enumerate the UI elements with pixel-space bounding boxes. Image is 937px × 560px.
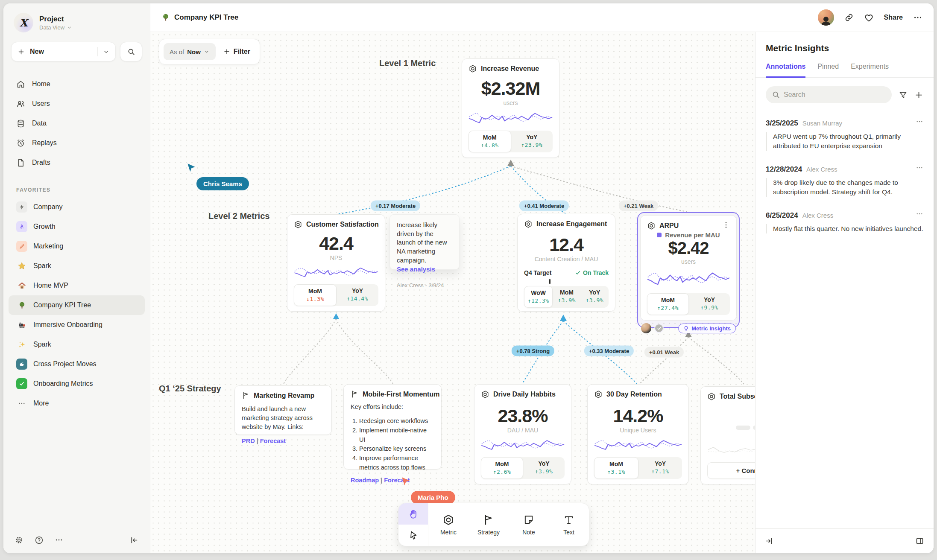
metric-card-customer-satisfaction[interactable]: Customer Satisfaction 42.4 NPS MoM ↓1.3%… xyxy=(287,214,385,312)
metric-value: 42.4 xyxy=(294,233,378,254)
favorite-growth[interactable]: Growth xyxy=(9,217,145,236)
metric-card-arpu[interactable]: ARPU Revenue per MAU $2.42 users MoM xyxy=(637,212,740,328)
sidebar-item-data[interactable]: Data xyxy=(3,114,150,133)
favorite-company[interactable]: Company xyxy=(9,197,145,217)
annotation-item[interactable]: 3/25/2025 Susan Murray ARPU went up 7% t… xyxy=(755,112,934,151)
sidebar-search-button[interactable] xyxy=(120,42,142,61)
card-menu-button[interactable] xyxy=(722,221,730,230)
metric-unit: NPS xyxy=(294,254,378,261)
stat-mom[interactable]: MoM ↓1.3% xyxy=(294,284,337,306)
tab-pinned[interactable]: Pinned xyxy=(817,63,839,77)
stat-yoy[interactable]: YoY ↑3.9% xyxy=(581,286,609,308)
stat-mom[interactable]: MoM ↑27.4% xyxy=(647,293,689,315)
avatar[interactable] xyxy=(818,9,834,26)
kpi-tree-canvas[interactable]: As of Now Filter Level 1 Metric Level 2 … xyxy=(150,32,755,553)
annotation-menu-button[interactable] xyxy=(916,210,923,219)
new-button[interactable]: New xyxy=(11,42,116,61)
sidebar-item-replays[interactable]: Replays xyxy=(3,133,150,153)
stat-yoy[interactable]: YoY ↑9.9% xyxy=(689,293,730,315)
sidebar-more[interactable]: More xyxy=(9,394,145,413)
select-tool-button[interactable] xyxy=(398,525,428,546)
favorite-button[interactable] xyxy=(864,13,874,23)
project-switcher[interactable]: X Project Data View xyxy=(3,3,150,37)
metric-card-increase-revenue[interactable]: Increase Revenue $2.32M users MoM ↑4.8% … xyxy=(462,58,559,158)
favorite-home-mvp[interactable]: Home MVP xyxy=(9,276,145,295)
stat-yoy[interactable]: YoY ↑14.4% xyxy=(337,284,378,306)
hand-tool-button[interactable] xyxy=(398,503,428,525)
forecast-link[interactable]: Forecast xyxy=(260,438,286,444)
canvas-note[interactable]: Increase likely driven by the launch of … xyxy=(389,214,460,270)
sidebar-item-drafts[interactable]: Drafts xyxy=(3,153,150,172)
strategy-card-marketing-revamp[interactable]: Marketing Revamp Build and launch a new … xyxy=(234,385,332,435)
stat-mom[interactable]: MoM ↑4.8% xyxy=(468,131,511,152)
topbar-more-button[interactable] xyxy=(913,13,922,22)
favorite-company-kpi-tree[interactable]: Company KPI Tree xyxy=(9,295,145,315)
search-input[interactable] xyxy=(766,86,892,103)
copy-link-button[interactable] xyxy=(844,13,854,22)
stats-row: MoM ↑27.4% YoY ↑9.9% xyxy=(647,293,730,315)
metric-card-drive-daily-habbits[interactable]: Drive Daily Habbits 23.8% DAU / MAU MoM … xyxy=(474,384,571,484)
stat-mom[interactable]: MoM ↑3.1% xyxy=(594,457,638,479)
metric-insights-button[interactable]: Metric Insights xyxy=(678,324,736,333)
collapse-sidebar-button[interactable] xyxy=(130,536,139,545)
stat-wow[interactable]: WoW ↑12.3% xyxy=(524,286,553,308)
favorite-spark-2[interactable]: Spark xyxy=(9,335,145,354)
stat-yoy[interactable]: YoY ↑3.9% xyxy=(523,457,565,479)
metric-unit: users xyxy=(468,99,553,106)
favorite-immersive-onboarding[interactable]: Immersive Onboarding xyxy=(9,315,145,335)
connect-button[interactable]: + Connect xyxy=(707,462,755,479)
as-of-dropdown[interactable]: As of Now xyxy=(164,43,216,60)
annotation-author: Alex Cress xyxy=(806,166,837,173)
tab-experiments[interactable]: Experiments xyxy=(851,63,889,77)
share-button[interactable]: Share xyxy=(884,14,903,21)
favorite-label: Cross Project Moves xyxy=(33,360,97,368)
settings-button[interactable] xyxy=(15,536,23,545)
more-label: More xyxy=(33,400,49,407)
stat-yoy[interactable]: YoY ↑23.9% xyxy=(511,131,553,152)
annotation-item[interactable]: 6/25/2024 Alex Cress Mostly flat this qu… xyxy=(755,204,934,233)
users-icon xyxy=(16,99,25,108)
see-analysis-link[interactable]: See analysis xyxy=(397,265,452,273)
help-button[interactable] xyxy=(35,536,44,545)
annotations-search[interactable] xyxy=(766,86,892,103)
metric-tool-button[interactable]: Metric xyxy=(428,503,468,546)
add-annotation-button[interactable] xyxy=(914,90,923,99)
stat-yoy[interactable]: YoY ↑7.1% xyxy=(638,457,682,479)
tab-annotations[interactable]: Annotations xyxy=(766,63,805,78)
level-1-label: Level 1 Metric xyxy=(379,58,436,68)
flag-icon xyxy=(483,514,495,526)
favorite-marketing[interactable]: Marketing xyxy=(9,236,145,256)
metric-unit: Content Creation / MAU xyxy=(524,256,609,262)
sidebar-more-actions[interactable] xyxy=(55,536,63,544)
text-tool-button[interactable]: Text xyxy=(549,503,589,546)
app-window: X Project Data View New xyxy=(3,3,934,553)
metric-card-total-subscriptions[interactable]: Total Subscriptions + Connect xyxy=(700,386,755,484)
sidebar-item-home[interactable]: Home xyxy=(3,74,150,94)
annotation-menu-button[interactable] xyxy=(916,164,923,173)
stat-mom[interactable]: MoM ↑2.6% xyxy=(481,457,523,479)
link-separator: | xyxy=(255,438,260,444)
favorite-onboarding-metrics[interactable]: Onboarding Metrics xyxy=(9,374,145,394)
strategy-card-mobile-first-momentum[interactable]: Mobile-First Momentum Key efforts includ… xyxy=(343,384,442,470)
annotation-item[interactable]: 12/28/2024 Alex Cress 3% drop likely due… xyxy=(755,158,934,197)
filter-button[interactable]: Filter xyxy=(222,48,255,55)
favorite-cross-project-moves[interactable]: Cross Project Moves xyxy=(9,354,145,374)
sidebar-item-label: Replays xyxy=(32,139,57,147)
strategy-tool-button[interactable]: Strategy xyxy=(468,503,509,546)
project-name: Project xyxy=(39,15,72,23)
metric-card-increase-engagement[interactable]: Increase Engagement 12.4 Content Creatio… xyxy=(517,214,615,312)
note-tool-button[interactable]: Note xyxy=(509,503,549,546)
cursor-chris-seams: Chris Seams xyxy=(186,163,249,190)
rocket-icon xyxy=(16,221,27,232)
favorite-spark[interactable]: Spark xyxy=(9,256,145,276)
roadmap-link[interactable]: Roadmap xyxy=(351,477,379,484)
annotation-menu-button[interactable] xyxy=(916,118,923,127)
prd-link[interactable]: PRD xyxy=(242,438,255,444)
layout-toggle-button[interactable] xyxy=(915,537,924,545)
sidebar-item-users[interactable]: Users xyxy=(3,94,150,114)
metric-card-30-day-retention[interactable]: 30 Day Retention 14.2% Unique Users MoM … xyxy=(587,384,689,484)
chevron-down-icon[interactable] xyxy=(103,49,109,55)
collapse-panel-button[interactable] xyxy=(765,537,774,545)
stat-mom[interactable]: MoM ↑3.9% xyxy=(553,286,580,308)
filter-annotations-button[interactable] xyxy=(899,90,908,99)
